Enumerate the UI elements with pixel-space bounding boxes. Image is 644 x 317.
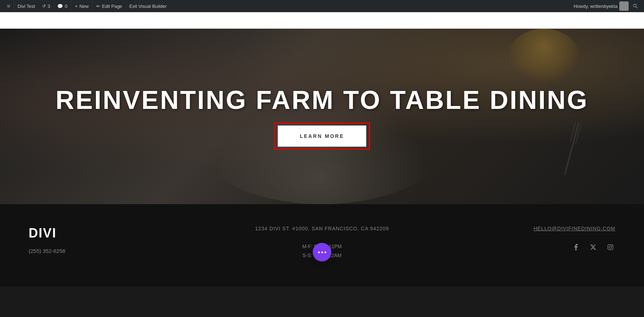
hero-cta-wrapper: LEARN MORE — [278, 125, 366, 147]
admin-bar-left: Divi Test ↺ 3 💬 0 + New ✏ Edit Page Exit… — [4, 0, 574, 12]
svg-line-1 — [636, 7, 638, 8]
footer-address: 1234 DIVI ST. #1000, SAN FRANCISCO, CA 9… — [226, 226, 417, 231]
dot-1 — [318, 251, 320, 253]
comments-icon: 💬 — [57, 4, 63, 9]
exit-builder-label: Exit Visual Builder — [129, 4, 167, 9]
admin-bar-right: Howdy, writtenbyekta — [574, 1, 640, 11]
dot-3 — [325, 251, 326, 253]
hero-section: REINVENTING FARM TO TABLE DINING LEARN M… — [0, 29, 644, 204]
footer-social — [425, 242, 615, 252]
svg-point-0 — [634, 4, 636, 7]
exit-builder-item[interactable]: Exit Visual Builder — [126, 0, 170, 12]
howdy-text: Howdy, writtenbyekta — [574, 4, 618, 9]
twitter-x-icon[interactable] — [588, 242, 598, 252]
revisions-item[interactable]: ↺ 3 — [39, 0, 54, 12]
new-icon: + — [75, 4, 78, 9]
new-label: New — [79, 4, 89, 9]
wordpress-logo[interactable] — [4, 1, 14, 11]
dot-menu-button[interactable] — [313, 243, 331, 261]
edit-page-item[interactable]: ✏ Edit Page — [93, 0, 126, 12]
edit-icon: ✏ — [96, 4, 100, 9]
dot-menu-dots — [318, 251, 326, 253]
facebook-icon[interactable] — [571, 242, 581, 252]
revisions-icon: ↺ — [42, 4, 46, 9]
site-name-item[interactable]: Divi Test — [14, 0, 39, 12]
white-bar — [0, 12, 644, 29]
dot-2 — [321, 251, 323, 253]
comments-item[interactable]: 💬 0 — [54, 0, 71, 12]
comments-count: 0 — [65, 4, 67, 9]
footer-phone: (255) 352-6258 — [29, 248, 219, 254]
new-item[interactable]: + New — [71, 0, 92, 12]
revisions-count: 3 — [48, 4, 50, 9]
hero-title: REINVENTING FARM TO TABLE DINING — [55, 86, 588, 114]
admin-bar: Divi Test ↺ 3 💬 0 + New ✏ Edit Page Exit… — [0, 0, 644, 12]
learn-more-button[interactable]: LEARN MORE — [278, 125, 366, 147]
hero-bowl-decoration — [508, 29, 580, 86]
search-icon[interactable] — [630, 1, 640, 11]
footer-logo: DIVI — [29, 226, 219, 241]
hero-content: REINVENTING FARM TO TABLE DINING LEARN M… — [55, 86, 588, 147]
instagram-icon[interactable] — [605, 242, 615, 252]
footer-left: DIVI (255) 352-6258 — [29, 226, 219, 254]
site-name: Divi Test — [18, 4, 35, 9]
avatar[interactable] — [619, 1, 629, 11]
footer-email[interactable]: HELLO@DIVIFINEDINING.COM — [425, 226, 615, 231]
edit-page-label: Edit Page — [102, 4, 122, 9]
footer-right: HELLO@DIVIFINEDINING.COM — [425, 226, 615, 252]
